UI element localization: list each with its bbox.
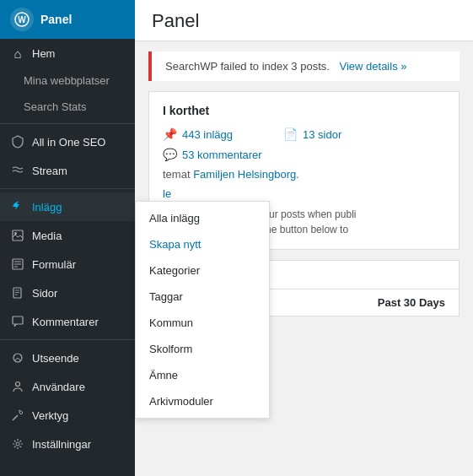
dropdown-item-alla-inlagg[interactable]: Alla inlägg (136, 205, 269, 231)
svg-point-4 (14, 232, 17, 235)
sidebar-item-verktyg[interactable]: Verktyg (0, 401, 135, 430)
notice-text: SearchWP failed to index 3 posts. (165, 60, 330, 73)
sidebar-item-utseende[interactable]: Utseende (0, 343, 135, 372)
users-icon (10, 379, 25, 394)
site-name: Panel (40, 13, 72, 26)
sidebar-item-stream[interactable]: Stream (0, 156, 135, 185)
stream-icon (10, 163, 25, 178)
sidebar-item-search-stats[interactable]: Search Stats (0, 94, 135, 120)
inlagg-dropdown: Alla inlägg Skapa nytt Kategorier Taggar… (135, 201, 270, 419)
dropdown-item-arkivmoduler[interactable]: Arkivmoduler (136, 388, 269, 414)
wp-logo-icon: W (10, 8, 34, 31)
sidebar-item-mina-webbplatser[interactable]: Mina webbplatser (0, 68, 135, 94)
sidebar-item-sidor[interactable]: Sidor (0, 279, 135, 307)
sidebar-divider-1 (0, 123, 135, 124)
stat-sidor-link[interactable]: 13 sidor (303, 128, 341, 141)
posts-icon (10, 199, 25, 214)
sidebar-divider-3 (0, 339, 135, 340)
sidebar-item-media[interactable]: Media (0, 221, 135, 250)
pin-icon: 📌 (163, 127, 177, 141)
dropdown-item-kommun[interactable]: Kommun (136, 310, 269, 336)
settings-icon (10, 436, 25, 452)
comment-icon: 💬 (163, 148, 177, 161)
korthet-title: I korthet (163, 104, 445, 117)
media-icon (10, 228, 25, 243)
theme-link-line: le (163, 187, 445, 200)
theme-suffix: . (296, 168, 299, 181)
dropdown-item-skapa-nytt[interactable]: Skapa nytt (136, 231, 269, 257)
table-col-past30: Past 30 Days (304, 296, 446, 309)
theme-link[interactable]: Familjen Helsingborg (193, 168, 296, 181)
svg-text:W: W (18, 15, 26, 24)
page-title: Panel (152, 10, 456, 32)
dropdown-item-skolform[interactable]: Skolform (136, 336, 269, 362)
theme-info: temat Familjen Helsingborg. (163, 168, 445, 181)
seo-icon (10, 134, 25, 149)
sidebar-item-formular[interactable]: Formulär (0, 250, 135, 279)
sidebar-header: W Panel (0, 0, 135, 39)
stat-sidor: 📄 13 sidor (283, 127, 341, 141)
dropdown-item-kategorier[interactable]: Kategorier (136, 257, 269, 284)
svg-rect-13 (13, 316, 23, 324)
stats-row-2: 💬 53 kommentarer (163, 148, 445, 161)
stat-inlagg-link[interactable]: 443 inlägg (182, 128, 233, 141)
svg-rect-9 (13, 288, 21, 298)
sidebar-divider-2 (0, 188, 135, 189)
home-icon: ⌂ (10, 46, 25, 61)
page-title-bar: Panel (135, 0, 473, 41)
sidebar-item-installningar[interactable]: Inställningar (0, 430, 135, 458)
dropdown-item-amne[interactable]: Ämne (136, 362, 269, 388)
svg-point-15 (16, 382, 20, 387)
sidebar-item-kommentarer[interactable]: Kommentarer (0, 307, 135, 336)
sidebar: W Panel ⌂ Hem Mina webbplatser Search St… (0, 0, 135, 476)
appearance-icon (10, 350, 25, 365)
notice-bar: SearchWP failed to index 3 posts. View d… (148, 51, 460, 81)
sidebar-item-hem[interactable]: ⌂ Hem (0, 39, 135, 68)
stat-kommentarer: 💬 53 kommentarer (163, 148, 262, 161)
notice-link[interactable]: View details » (340, 60, 407, 73)
stat-kommentarer-link[interactable]: 53 kommentarer (182, 149, 262, 161)
tools-icon (10, 408, 25, 423)
stat-inlagg: 📌 443 inlägg (163, 127, 233, 141)
pages-icon (10, 285, 25, 300)
comments-icon (10, 314, 25, 329)
svg-point-16 (16, 442, 19, 446)
theme-more-link[interactable]: le (163, 187, 171, 200)
sidebar-item-anvandare[interactable]: Användare (0, 372, 135, 401)
sidebar-item-all-in-one-seo[interactable]: All in One SEO (0, 127, 135, 156)
sidebar-nav: ⌂ Hem Mina webbplatser Search Stats All … (0, 39, 135, 458)
sidebar-item-inlagg[interactable]: Inlägg (0, 192, 135, 221)
page-icon: 📄 (283, 127, 298, 141)
theme-prefix: temat (163, 168, 193, 181)
stats-row-1: 📌 443 inlägg 📄 13 sidor (163, 127, 445, 141)
forms-icon (10, 257, 25, 272)
dropdown-item-taggar[interactable]: Taggar (136, 284, 269, 310)
